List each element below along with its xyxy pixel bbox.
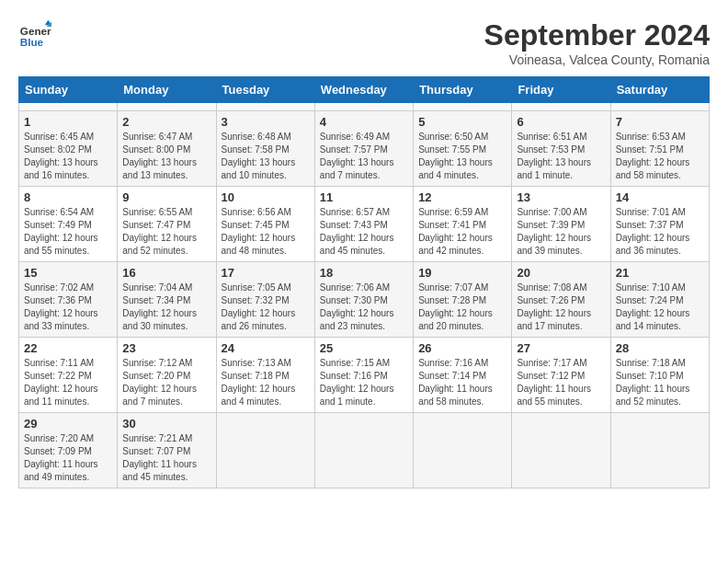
calendar-cell	[216, 413, 314, 488]
calendar-cell: 13Sunrise: 7:00 AM Sunset: 7:39 PM Dayli…	[512, 187, 610, 262]
day-detail: Sunrise: 7:12 AM Sunset: 7:20 PM Dayligh…	[122, 357, 210, 408]
calendar-cell: 8Sunrise: 6:54 AM Sunset: 7:49 PM Daylig…	[19, 187, 118, 262]
calendar-cell: 24Sunrise: 7:13 AM Sunset: 7:18 PM Dayli…	[216, 338, 314, 413]
calendar-cell: 27Sunrise: 7:17 AM Sunset: 7:12 PM Dayli…	[512, 338, 610, 413]
day-detail: Sunrise: 6:51 AM Sunset: 7:53 PM Dayligh…	[517, 131, 605, 182]
calendar-cell: 1Sunrise: 6:45 AM Sunset: 8:02 PM Daylig…	[19, 111, 118, 187]
calendar-cell: 21Sunrise: 7:10 AM Sunset: 7:24 PM Dayli…	[610, 262, 709, 338]
day-number: 21	[616, 266, 704, 280]
day-number: 22	[24, 341, 112, 355]
calendar-cell	[216, 103, 314, 111]
day-number: 27	[517, 341, 605, 355]
calendar-cell	[414, 103, 512, 111]
day-header-sunday: Sunday	[19, 77, 118, 103]
day-number: 14	[616, 190, 704, 204]
day-detail: Sunrise: 7:17 AM Sunset: 7:12 PM Dayligh…	[517, 357, 605, 408]
day-detail: Sunrise: 6:55 AM Sunset: 7:47 PM Dayligh…	[122, 206, 210, 258]
day-header-friday: Friday	[512, 77, 610, 103]
day-detail: Sunrise: 6:59 AM Sunset: 7:41 PM Dayligh…	[418, 206, 506, 258]
calendar-cell	[19, 103, 118, 111]
day-number: 24	[222, 341, 310, 355]
svg-text:Blue: Blue	[20, 36, 44, 48]
calendar-cell: 17Sunrise: 7:05 AM Sunset: 7:32 PM Dayli…	[216, 262, 314, 338]
logo-icon: General Blue	[18, 18, 51, 52]
calendar-cell: 4Sunrise: 6:49 AM Sunset: 7:57 PM Daylig…	[314, 111, 413, 187]
day-detail: Sunrise: 6:54 AM Sunset: 7:49 PM Dayligh…	[24, 206, 112, 258]
calendar-cell: 25Sunrise: 7:15 AM Sunset: 7:16 PM Dayli…	[314, 338, 413, 413]
day-number: 17	[222, 266, 310, 280]
day-number: 30	[122, 417, 210, 431]
calendar-cell	[512, 103, 610, 111]
day-detail: Sunrise: 6:57 AM Sunset: 7:43 PM Dayligh…	[320, 206, 408, 258]
page-header: General Blue September 2024 Voineasa, Va…	[18, 18, 710, 67]
logo: General Blue	[18, 18, 51, 52]
day-number: 2	[122, 115, 210, 129]
day-number: 19	[418, 266, 506, 280]
day-detail: Sunrise: 7:05 AM Sunset: 7:32 PM Dayligh…	[222, 282, 310, 333]
day-detail: Sunrise: 7:10 AM Sunset: 7:24 PM Dayligh…	[616, 282, 704, 333]
calendar-cell: 16Sunrise: 7:04 AM Sunset: 7:34 PM Dayli…	[118, 262, 216, 338]
day-detail: Sunrise: 7:16 AM Sunset: 7:14 PM Dayligh…	[418, 357, 506, 408]
day-detail: Sunrise: 6:48 AM Sunset: 7:58 PM Dayligh…	[222, 131, 310, 182]
calendar-cell: 29Sunrise: 7:20 AM Sunset: 7:09 PM Dayli…	[19, 413, 118, 488]
day-detail: Sunrise: 7:18 AM Sunset: 7:10 PM Dayligh…	[616, 357, 704, 408]
calendar-cell	[414, 413, 512, 488]
day-number: 26	[418, 341, 506, 355]
day-number: 28	[616, 341, 704, 355]
calendar-cell: 12Sunrise: 6:59 AM Sunset: 7:41 PM Dayli…	[414, 187, 512, 262]
day-number: 7	[616, 115, 704, 129]
calendar-cell	[314, 413, 413, 488]
calendar-cell: 7Sunrise: 6:53 AM Sunset: 7:51 PM Daylig…	[610, 111, 709, 187]
day-number: 20	[517, 266, 605, 280]
calendar-table: SundayMondayTuesdayWednesdayThursdayFrid…	[18, 76, 710, 488]
day-detail: Sunrise: 7:02 AM Sunset: 7:36 PM Dayligh…	[24, 282, 112, 333]
calendar-cell: 5Sunrise: 6:50 AM Sunset: 7:55 PM Daylig…	[414, 111, 512, 187]
day-number: 6	[517, 115, 605, 129]
day-detail: Sunrise: 7:15 AM Sunset: 7:16 PM Dayligh…	[320, 357, 408, 408]
day-detail: Sunrise: 6:47 AM Sunset: 8:00 PM Dayligh…	[122, 131, 210, 182]
day-number: 11	[320, 190, 408, 204]
day-detail: Sunrise: 7:20 AM Sunset: 7:09 PM Dayligh…	[24, 432, 112, 484]
day-number: 1	[24, 115, 112, 129]
day-number: 10	[222, 190, 310, 204]
day-detail: Sunrise: 6:50 AM Sunset: 7:55 PM Dayligh…	[418, 131, 506, 182]
day-number: 23	[122, 341, 210, 355]
calendar-cell	[118, 103, 216, 111]
day-number: 18	[320, 266, 408, 280]
calendar-cell	[314, 103, 413, 111]
calendar-cell: 3Sunrise: 6:48 AM Sunset: 7:58 PM Daylig…	[216, 111, 314, 187]
calendar-cell: 28Sunrise: 7:18 AM Sunset: 7:10 PM Dayli…	[610, 338, 709, 413]
day-number: 9	[122, 190, 210, 204]
day-number: 16	[122, 266, 210, 280]
location-subtitle: Voineasa, Valcea County, Romania	[484, 52, 710, 67]
day-number: 12	[418, 190, 506, 204]
calendar-cell: 9Sunrise: 6:55 AM Sunset: 7:47 PM Daylig…	[118, 187, 216, 262]
calendar-cell: 23Sunrise: 7:12 AM Sunset: 7:20 PM Dayli…	[118, 338, 216, 413]
day-header-tuesday: Tuesday	[216, 77, 314, 103]
day-number: 3	[222, 115, 310, 129]
day-detail: Sunrise: 6:56 AM Sunset: 7:45 PM Dayligh…	[222, 206, 310, 258]
calendar-cell: 26Sunrise: 7:16 AM Sunset: 7:14 PM Dayli…	[414, 338, 512, 413]
calendar-cell: 11Sunrise: 6:57 AM Sunset: 7:43 PM Dayli…	[314, 187, 413, 262]
calendar-cell: 19Sunrise: 7:07 AM Sunset: 7:28 PM Dayli…	[414, 262, 512, 338]
day-header-saturday: Saturday	[610, 77, 709, 103]
day-number: 13	[517, 190, 605, 204]
day-number: 29	[24, 417, 112, 431]
day-header-thursday: Thursday	[414, 77, 512, 103]
calendar-cell: 14Sunrise: 7:01 AM Sunset: 7:37 PM Dayli…	[610, 187, 709, 262]
calendar-cell: 10Sunrise: 6:56 AM Sunset: 7:45 PM Dayli…	[216, 187, 314, 262]
calendar-cell	[610, 413, 709, 488]
day-number: 4	[320, 115, 408, 129]
calendar-cell	[512, 413, 610, 488]
day-detail: Sunrise: 7:11 AM Sunset: 7:22 PM Dayligh…	[24, 357, 112, 408]
day-detail: Sunrise: 6:45 AM Sunset: 8:02 PM Dayligh…	[24, 131, 112, 182]
day-detail: Sunrise: 7:13 AM Sunset: 7:18 PM Dayligh…	[222, 357, 310, 408]
calendar-cell: 15Sunrise: 7:02 AM Sunset: 7:36 PM Dayli…	[19, 262, 118, 338]
day-header-wednesday: Wednesday	[314, 77, 413, 103]
calendar-cell: 20Sunrise: 7:08 AM Sunset: 7:26 PM Dayli…	[512, 262, 610, 338]
calendar-cell: 18Sunrise: 7:06 AM Sunset: 7:30 PM Dayli…	[314, 262, 413, 338]
calendar-cell: 22Sunrise: 7:11 AM Sunset: 7:22 PM Dayli…	[19, 338, 118, 413]
month-title: September 2024	[484, 18, 710, 52]
day-detail: Sunrise: 7:01 AM Sunset: 7:37 PM Dayligh…	[616, 206, 704, 258]
calendar-cell: 30Sunrise: 7:21 AM Sunset: 7:07 PM Dayli…	[118, 413, 216, 488]
